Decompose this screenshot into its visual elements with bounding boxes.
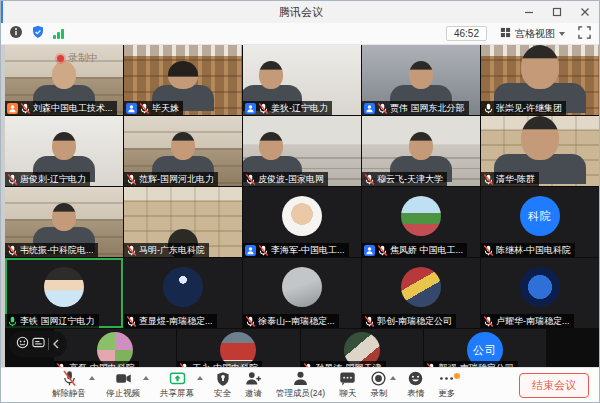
video-tile[interactable]: 皮俊波-国家电网 [243, 116, 361, 186]
video-tile[interactable]: 郭创-南瑞稳定公司 [362, 258, 480, 328]
video-tile[interactable]: 查显煜-南瑞稳定... [124, 258, 242, 328]
video-tile[interactable]: 贾伟 国网东北分部 [362, 45, 480, 115]
emoji-reaction-icon[interactable] [16, 335, 29, 353]
security-shield-icon[interactable] [31, 25, 45, 43]
video-tile[interactable]: 范辉-国网河北电力 [124, 116, 242, 186]
toolbar-camera-button[interactable]: 停止视频 [99, 368, 147, 402]
end-meeting-button[interactable]: 结束会议 [519, 373, 589, 398]
mic-muted-icon [126, 245, 137, 256]
layout-switcher[interactable]: 宫格视图 [495, 25, 570, 43]
name-label: 卢耀华-南瑞稳定... [481, 314, 574, 328]
participant-grid: 录制中刘森中国电工技术...毕天姝姜狄-辽宁电力贾伟 国网东北分部张崇见-许继集… [1, 45, 599, 369]
participant-name: 穆云飞-天津大学 [377, 173, 443, 186]
video-tile[interactable]: 姜狄-辽宁电力 [243, 45, 361, 115]
name-label: 陈继林-中国电科院 [481, 243, 575, 257]
participant-name: 焦凤娇 中国电工... [390, 244, 463, 257]
chat-icon [339, 370, 356, 387]
toolbar-item-label: 邀请 [245, 388, 262, 400]
expand-caret-icon[interactable] [197, 376, 203, 380]
captions-icon[interactable] [32, 335, 45, 353]
mic-muted-icon [7, 245, 18, 256]
mic-muted-icon [377, 103, 388, 114]
toolbar-invite-button[interactable]: 邀请 [238, 368, 269, 402]
name-label: 姜狄-辽宁电力 [243, 101, 332, 115]
participant-name: 郭创-南瑞稳定公司 [377, 315, 452, 328]
window-title: 腾讯会议 [3, 5, 599, 20]
name-label: 皮俊波-国家电网 [243, 172, 328, 186]
recording-indicator: 录制中 [57, 51, 98, 65]
video-tile[interactable]: 马明-广东电科院 [124, 187, 242, 257]
toolbar-more-button[interactable]: 更多 [431, 368, 462, 402]
participant-name: 查显煜-南瑞稳定... [139, 315, 213, 328]
collapse-panel-icon[interactable] [52, 335, 60, 353]
meeting-topbar: 46:52 宫格视图 [1, 23, 599, 45]
participant-silhouette [495, 45, 585, 105]
name-label: 李海军-中国电工... [243, 243, 349, 257]
grid-row: 韦统振-中科院电...马明-广东电科院李海军-中国电工...焦凤娇 中国电工..… [1, 187, 599, 257]
toolbar-item-label: 停止视频 [106, 388, 140, 400]
mic-muted-icon [377, 245, 388, 256]
participant-name: 姜狄-辽宁电力 [271, 102, 328, 115]
toolbar-record-button[interactable]: 录制 [363, 368, 394, 402]
name-label: 马明-广东电科院 [124, 243, 209, 257]
video-tile[interactable]: 徐泰山--南瑞稳定... [243, 258, 361, 328]
reaction-mini-panel[interactable] [9, 331, 67, 357]
member-role-icon [364, 245, 375, 256]
video-tile[interactable]: 公司郭强-南瑞稳定公司 [424, 329, 546, 369]
avatar: 科院 [520, 196, 560, 236]
participant-name: 徐泰山--南瑞稳定... [258, 315, 335, 328]
network-signal-icon[interactable] [53, 28, 64, 39]
video-tile[interactable]: 清华-陈群 [481, 116, 599, 186]
mic-muted-icon [139, 103, 150, 114]
toolbar-members-button[interactable]: 管理成员(24) [269, 368, 332, 402]
fullscreen-icon[interactable] [578, 25, 591, 43]
member-role-icon [245, 245, 256, 256]
video-tile[interactable]: 录制中刘森中国电工技术... [5, 45, 123, 115]
screen-share-icon [169, 370, 186, 387]
meeting-toolbar: 解除静音停止视频共享屏幕安全邀请管理成员(24)聊天录制表情更多 结束会议 [1, 367, 599, 402]
toolbar-emoji-button[interactable]: 表情 [400, 368, 431, 402]
participant-name: 卢耀华-南瑞稳定... [496, 315, 570, 328]
video-tile[interactable]: 孙景涛-国网天津 [301, 329, 423, 369]
participant-silhouette [29, 199, 99, 245]
participant-name: 陈继林-中国电科院 [496, 244, 571, 257]
video-tile[interactable]: 唐俊刺-辽宁电力 [5, 116, 123, 186]
page-edge-strip[interactable] [1, 45, 5, 369]
expand-caret-icon[interactable] [89, 376, 95, 380]
participant-name: 张崇见-许继集团 [496, 102, 562, 115]
video-tile[interactable]: 李海军-中国电工... [243, 187, 361, 257]
video-tile[interactable]: 穆云飞-天津大学 [362, 116, 480, 186]
participant-silhouette [386, 57, 456, 103]
video-tile[interactable]: 高磊-中国电科院 [54, 329, 176, 369]
name-label: 徐泰山--南瑞稳定... [243, 314, 339, 328]
video-tile[interactable]: 韦统振-中科院电... [5, 187, 123, 257]
mic-muted-icon [258, 103, 269, 114]
meeting-timer: 46:52 [446, 26, 487, 41]
titlebar: 腾讯会议 [1, 1, 599, 23]
expand-caret-icon[interactable] [390, 376, 396, 380]
toolbar-item-label: 表情 [407, 388, 424, 400]
record-icon [370, 370, 387, 387]
video-tile[interactable]: 王永-中国电科院 [177, 329, 299, 369]
video-tile[interactable]: 毕天姝 [124, 45, 242, 115]
video-tile[interactable]: 卢耀华-南瑞稳定... [481, 258, 599, 328]
video-tile[interactable]: 科院陈继林-中国电科院 [481, 187, 599, 257]
avatar [520, 267, 560, 307]
meeting-info-icon[interactable] [9, 25, 23, 43]
toolbar-screen-share-button[interactable]: 共享屏幕 [153, 368, 201, 402]
participant-name: 皮俊波-国家电网 [258, 173, 324, 186]
expand-caret-icon[interactable] [143, 376, 149, 380]
toolbar-chat-button[interactable]: 聊天 [332, 368, 363, 402]
grid-view-icon [500, 27, 511, 40]
name-label: 贾伟 国网东北分部 [362, 101, 469, 115]
toolbar-item-label: 解除静音 [52, 388, 86, 400]
name-label: 毕天姝 [124, 101, 183, 115]
toolbar-shield-button[interactable]: 安全 [207, 368, 238, 402]
mic-muted-icon [7, 174, 18, 185]
video-tile[interactable]: 焦凤娇 中国电工... [362, 187, 480, 257]
video-tile[interactable]: 张崇见-许继集团 [481, 45, 599, 115]
toolbar-mic-muted-button[interactable]: 解除静音 [45, 368, 93, 402]
participant-silhouette [386, 128, 456, 174]
video-tile[interactable]: 李铁 国网辽宁电力 [5, 258, 123, 328]
avatar [282, 196, 322, 236]
